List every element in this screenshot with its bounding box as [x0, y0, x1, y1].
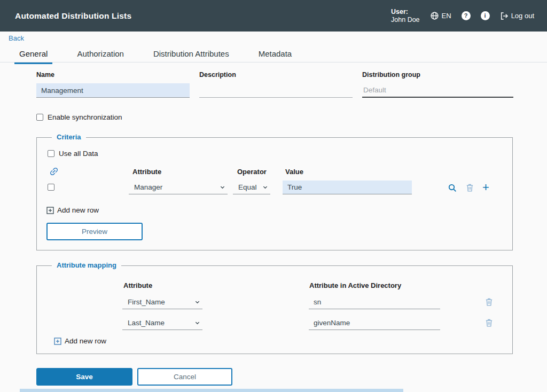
- description-label: Description: [199, 71, 353, 79]
- trash-icon[interactable]: [465, 183, 474, 192]
- distribution-group-field-group: Distribution group Default: [362, 71, 513, 98]
- link-rows-icon: [49, 166, 59, 177]
- name-field-group: Name Management: [36, 71, 190, 98]
- user-name: John Doe: [391, 16, 420, 24]
- language-switcher[interactable]: EN: [430, 11, 451, 20]
- user-label: User:: [391, 8, 420, 16]
- criteria-row-checkbox[interactable]: [48, 184, 54, 191]
- mapping-attribute-value: First_Name: [128, 298, 165, 306]
- trash-icon[interactable]: [485, 297, 494, 307]
- enable-sync-label: Enable synchronization: [48, 113, 122, 121]
- logout-button[interactable]: Log out: [500, 12, 534, 20]
- criteria-operator-select[interactable]: Equal: [233, 181, 270, 194]
- criteria-value-input[interactable]: True: [283, 181, 412, 194]
- logout-label: Log out: [511, 12, 534, 20]
- criteria-attribute-select[interactable]: Manager: [129, 181, 228, 194]
- mapping-ad-attribute-input[interactable]: givenName: [309, 316, 440, 330]
- mapping-add-new-row-label: Add new row: [65, 337, 106, 345]
- criteria-add-new-row[interactable]: Add new row: [46, 206, 99, 214]
- language-code: EN: [442, 12, 451, 20]
- search-icon[interactable]: [448, 183, 457, 193]
- app-header: Automated Distribution Lists User: John …: [0, 0, 547, 32]
- header-actions: User: John Doe EN ? i: [391, 8, 534, 24]
- chevron-down-icon: [220, 184, 225, 190]
- name-input[interactable]: Management: [36, 83, 190, 98]
- cancel-button[interactable]: Cancel: [137, 368, 232, 386]
- preview-button[interactable]: Preview: [46, 223, 143, 240]
- help-icon[interactable]: ?: [462, 11, 471, 20]
- add-box-icon: [54, 338, 61, 345]
- trash-icon[interactable]: [485, 318, 494, 327]
- description-field-group: Description: [199, 71, 353, 98]
- attribute-mapping-legend: Attribute mapping: [52, 261, 121, 269]
- mapping-attribute-header: Attribute: [123, 281, 152, 289]
- use-all-data-row[interactable]: Use all Data: [48, 150, 98, 158]
- criteria-attribute-header: Attribute: [132, 168, 161, 176]
- use-all-data-checkbox[interactable]: [48, 150, 54, 157]
- page-title: Automated Distribution Lists: [15, 11, 131, 21]
- logout-icon: [500, 12, 509, 20]
- criteria-attribute-value: Manager: [134, 183, 162, 191]
- description-input[interactable]: [199, 83, 353, 98]
- enable-sync-checkbox[interactable]: [36, 114, 43, 121]
- mapping-ad-attribute-header: Attribute in Active Directory: [309, 281, 401, 289]
- mapping-attribute-select[interactable]: First_Name: [122, 295, 202, 309]
- use-all-data-label: Use all Data: [59, 150, 98, 158]
- criteria-operator-value: Equal: [238, 183, 257, 191]
- mapping-ad-attribute-input[interactable]: sn: [309, 295, 440, 309]
- back-link[interactable]: Back: [9, 34, 24, 42]
- criteria-add-new-row-label: Add new row: [57, 206, 99, 214]
- distribution-group-label: Distribution group: [362, 71, 513, 79]
- mapping-add-new-row[interactable]: Add new row: [54, 337, 106, 345]
- criteria-operator-header: Operator: [237, 168, 267, 176]
- globe-icon: [430, 11, 439, 20]
- chevron-down-icon: [194, 299, 200, 305]
- chevron-down-icon: [194, 320, 200, 326]
- tab-divider: [0, 62, 547, 62]
- mapping-attribute-value: Last_Name: [128, 319, 165, 327]
- add-criteria-row-icon[interactable]: +: [482, 182, 489, 193]
- bottom-decoration-strip: [20, 389, 403, 392]
- user-info: User: John Doe: [391, 8, 420, 24]
- chevron-down-icon: [262, 184, 268, 190]
- enable-sync-row[interactable]: Enable synchronization: [36, 113, 122, 121]
- distribution-group-input[interactable]: Default: [362, 83, 513, 98]
- mapping-attribute-select[interactable]: Last_Name: [122, 316, 202, 330]
- info-icon[interactable]: i: [481, 11, 490, 20]
- name-label: Name: [36, 71, 190, 79]
- attribute-mapping-panel: Attribute mapping Attribute Attribute in…: [36, 265, 513, 354]
- criteria-value-header: Value: [285, 168, 303, 176]
- criteria-panel: Criteria Use all Data Attribute Operator…: [36, 137, 513, 250]
- save-button[interactable]: Save: [36, 368, 132, 386]
- screen: Automated Distribution Lists User: John …: [0, 0, 547, 392]
- add-box-icon: [46, 207, 54, 214]
- criteria-legend: Criteria: [52, 133, 86, 141]
